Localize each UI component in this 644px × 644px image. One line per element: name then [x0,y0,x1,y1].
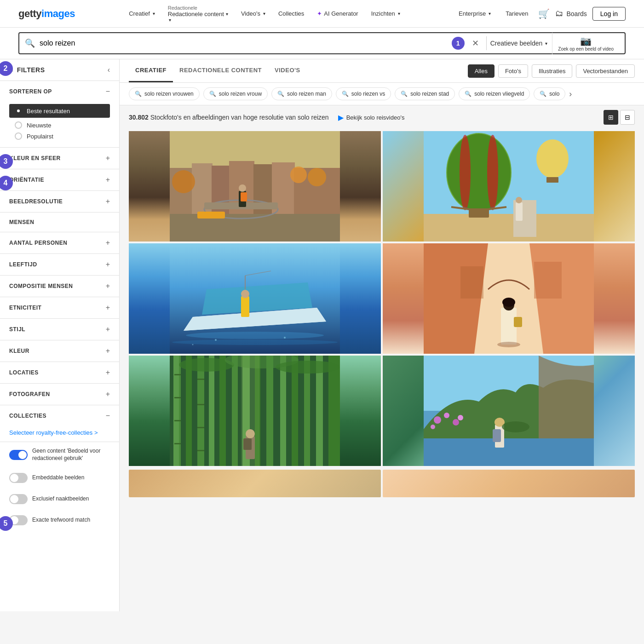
amsterdam-image [129,131,381,242]
results-info: 30.802 Stockfoto's en afbeeldingen van h… [120,105,644,129]
svg-rect-52 [534,262,562,299]
toggle-geen-redactioneel-switch[interactable] [9,450,28,460]
filter-collecties-header[interactable]: COLLECTIES − [0,405,119,426]
filter-kleur-only-header[interactable]: KLEUR + [0,340,119,362]
photo-balloon[interactable] [383,131,635,242]
radio-populairst [15,132,22,140]
suggestion-vs[interactable]: 🔍 solo riezen vs [336,87,391,100]
svg-rect-69 [328,356,340,466]
filter-aantal-header[interactable]: AANTAL PERSONEN + [0,232,119,253]
svg-rect-65 [280,356,286,466]
video-search-button[interactable]: 📷 Zoek op een beeld of video [552,33,619,54]
boards-button[interactable]: 🗂 Boards [555,9,586,18]
nav-inzichten[interactable]: Inzichten [367,7,405,20]
filter-fotografen-header[interactable]: FOTOGRAFEN + [0,384,119,405]
sidebar-header: ≡ FILTERS ‹ [0,59,119,81]
svg-point-43 [192,344,194,345]
kleur-toggle-icon: + [106,154,110,162]
filter-locaties-header[interactable]: LOCATIES + [0,362,119,383]
search-type-dropdown[interactable]: Creatieve beelden [490,40,548,47]
cart-icon[interactable]: 🛒 [538,8,550,19]
suggestion-vrouwen[interactable]: 🔍 solo reizen vrouwen [129,87,200,100]
svg-rect-87 [424,438,594,466]
sidebar-collapse-button[interactable]: ‹ [108,66,110,74]
suggestions-bar: 🔍 solo reizen vrouwen 🔍 solo reizen vrou… [120,83,644,105]
filter-title: ≡ FILTERS [9,66,45,74]
toggle-embeddable[interactable]: Embeddable beelden [0,467,119,489]
orientatie-toggle-icon: + [106,176,110,184]
tarieven-link[interactable]: Tarieven [501,7,533,20]
chip-search-icon-2: 🔍 [209,91,216,97]
enterprise-button[interactable]: Enterprise [454,7,495,20]
filter-leeftijd: LEEFTIJD + [0,254,119,276]
nav-videos[interactable]: Video's [236,7,270,20]
photo-partial-right[interactable] [383,470,635,497]
aantal-toggle-icon: + [106,239,110,247]
step-1-badge: 1 [452,37,465,50]
photo-bamboo[interactable] [129,356,381,466]
toggle-embeddable-switch[interactable] [9,473,28,483]
filter-stijl-header[interactable]: STIJL + [0,319,119,340]
suggestion-stad[interactable]: 🔍 solo reizen stad [395,87,455,100]
photo-alley[interactable] [383,243,635,354]
view-list-button[interactable]: ⊟ [620,110,635,125]
search-input[interactable] [40,39,448,47]
svg-rect-75 [197,404,204,405]
toggle-geen-redactioneel[interactable]: Geen content 'Bedoeld voor redactioneel … [0,442,119,467]
toggle-naaktbeelden[interactable]: Exclusief naaktbeelden [0,489,119,510]
nav-collecties[interactable]: Collecties [274,7,309,20]
svg-point-41 [215,339,217,341]
nav-redactionele[interactable]: Redactionele Redactionele content▾ [163,2,233,25]
nav-ai-generator[interactable]: ✦AI Generator [312,7,362,20]
type-alles[interactable]: Alles [468,64,494,78]
toggle-naaktbeelden-switch[interactable] [9,494,28,504]
svg-rect-53 [460,266,483,299]
photo-grid-bottom [120,468,644,497]
suggestion-vliegveld[interactable]: 🔍 solo reizen vliegveld [459,87,530,100]
tab-creatief[interactable]: CREATIEF [129,59,173,82]
toggle-exacte-trefwoord[interactable]: Exacte trefwoord match [0,510,119,531]
nav-creatief[interactable]: Creatief [124,7,160,20]
suggestion-solo[interactable]: 🔍 solo [534,87,565,100]
filter-mensen: MENSEN [0,213,119,232]
photo-boat[interactable] [129,243,381,354]
photo-amsterdam[interactable] [129,131,381,242]
chip-search-icon-6: 🔍 [465,91,472,97]
view-grid-button[interactable]: ⊞ [604,110,618,125]
svg-rect-72 [174,420,181,421]
tab-redactionele[interactable]: REDACTIONELE CONTENT [173,59,268,82]
type-illustraties[interactable]: Illustraties [532,64,573,78]
search-clear-button[interactable]: ✕ [472,38,479,48]
filter-kleur-header[interactable]: KLEUR EN SFEER + [0,148,119,169]
svg-point-16 [308,168,326,186]
filter-beeldresolutie-header[interactable]: BEELDRESOLUTIE + [0,191,119,212]
filter-orientatie-header[interactable]: ORIËNTATIE + [0,169,119,190]
radio-nieuwste [15,121,22,129]
logo[interactable]: gettyimages [18,8,75,20]
filter-etniciteit-header[interactable]: ETNICITEIT + [0,297,119,318]
login-button[interactable]: Log in [592,7,626,21]
suggestions-more-button[interactable]: › [569,89,572,99]
cliff-image [383,356,635,466]
type-vectorbestanden[interactable]: Vectorbestanden [576,64,635,78]
suggestion-man[interactable]: 🔍 solo reizen man [271,87,332,100]
photo-partial-left[interactable] [129,470,381,497]
option-nieuwste[interactable]: Nieuwste [9,120,110,131]
suggestion-vrouw[interactable]: 🔍 solo reizen vrouw [203,87,268,100]
tab-videos[interactable]: VIDEO'S [268,59,307,82]
photo-cliff[interactable] [383,356,635,466]
type-fotos[interactable]: Foto's [498,64,528,78]
video-results-link[interactable]: ▶ Bekijk solo reisvideo's [338,113,405,122]
collections-link[interactable]: Selecteer royalty-free-collecties > [0,426,119,442]
filter-aantal-personen: AANTAL PERSONEN + [0,232,119,254]
search-section: 🔍 1 ✕ Creatieve beelden 📷 Zoek op een be… [0,28,644,59]
option-populairst[interactable]: Populairst [9,131,110,142]
filter-sorteren-header[interactable]: SORTEREN OP − [0,81,119,102]
filter-mensen-header: MENSEN [0,213,119,232]
svg-point-17 [290,167,307,183]
svg-rect-95 [493,429,501,442]
header-right: Enterprise Tarieven 🛒 🗂 Boards Log in [454,7,626,21]
option-beste-resultaten[interactable]: Beste resultaten [9,104,110,118]
filter-compositie-header[interactable]: COMPOSITIE MENSEN + [0,276,119,297]
filter-leeftijd-header[interactable]: LEEFTIJD + [0,254,119,275]
